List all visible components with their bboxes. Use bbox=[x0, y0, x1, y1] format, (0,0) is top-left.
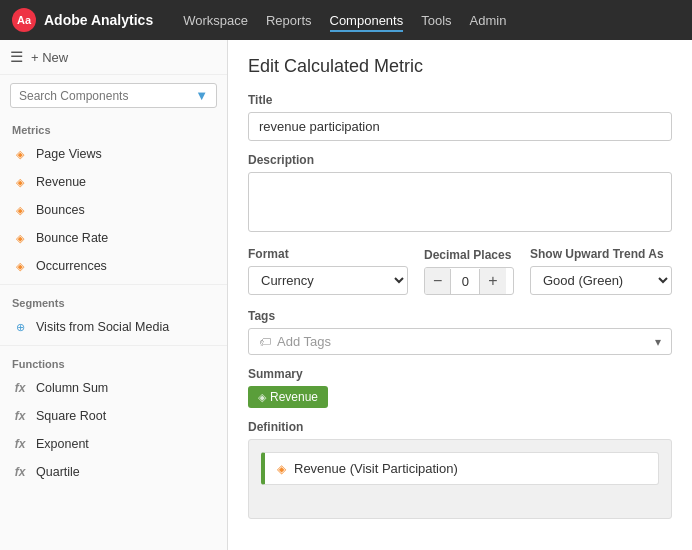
decimal-minus-button[interactable]: − bbox=[425, 268, 450, 294]
search-input[interactable] bbox=[19, 89, 195, 103]
item-label: Bounce Rate bbox=[36, 231, 108, 245]
nav-components[interactable]: Components bbox=[330, 9, 404, 32]
sidebar-item-exponent[interactable]: fx Exponent bbox=[0, 430, 227, 458]
main-layout: ☰ + New ▼ Metrics ◈ Page Views ◈ Revenue… bbox=[0, 40, 692, 550]
tags-label: Tags bbox=[248, 309, 672, 323]
title-input[interactable] bbox=[248, 112, 672, 141]
decimal-value: 0 bbox=[450, 269, 480, 294]
format-label: Format bbox=[248, 247, 408, 261]
metric-icon: ◈ bbox=[12, 202, 28, 218]
sidebar-item-page-views[interactable]: ◈ Page Views bbox=[0, 140, 227, 168]
sidebar-menu-icon[interactable]: ☰ bbox=[10, 48, 23, 66]
decimal-col: Decimal Places − 0 + bbox=[424, 248, 514, 295]
sidebar-item-occurrences[interactable]: ◈ Occurrences bbox=[0, 252, 227, 280]
definition-item-label: Revenue (Visit Participation) bbox=[294, 461, 458, 476]
nav-reports[interactable]: Reports bbox=[266, 9, 312, 32]
definition-item: ◈ Revenue (Visit Participation) bbox=[261, 452, 659, 485]
summary-chip: ◈ Revenue bbox=[248, 386, 328, 408]
page-title: Edit Calculated Metric bbox=[248, 56, 672, 77]
item-label: Square Root bbox=[36, 409, 106, 423]
sidebar-item-bounces[interactable]: ◈ Bounces bbox=[0, 196, 227, 224]
divider bbox=[0, 284, 227, 285]
nav-admin[interactable]: Admin bbox=[470, 9, 507, 32]
format-col: Format Currency Number Percent Time bbox=[248, 247, 408, 295]
description-label: Description bbox=[248, 153, 672, 167]
trend-label: Show Upward Trend As bbox=[530, 247, 672, 261]
summary-section: Summary ◈ Revenue bbox=[248, 367, 672, 408]
sidebar-item-quartile[interactable]: fx Quartile bbox=[0, 458, 227, 486]
sidebar: ☰ + New ▼ Metrics ◈ Page Views ◈ Revenue… bbox=[0, 40, 228, 550]
brand-name: Adobe Analytics bbox=[44, 12, 153, 28]
item-label: Occurrences bbox=[36, 259, 107, 273]
format-row: Format Currency Number Percent Time Deci… bbox=[248, 247, 672, 295]
definition-section: ◈ Revenue (Visit Participation) bbox=[248, 439, 672, 519]
description-input[interactable] bbox=[248, 172, 672, 232]
content-area: Edit Calculated Metric Title Description… bbox=[228, 40, 692, 550]
format-select[interactable]: Currency Number Percent Time bbox=[248, 266, 408, 295]
sidebar-item-square-root[interactable]: fx Square Root bbox=[0, 402, 227, 430]
definition-label: Definition bbox=[248, 420, 672, 434]
function-icon: fx bbox=[12, 380, 28, 396]
brand-logo: Aa bbox=[12, 8, 36, 32]
sidebar-item-bounce-rate[interactable]: ◈ Bounce Rate bbox=[0, 224, 227, 252]
search-bar: ▼ bbox=[10, 83, 217, 108]
function-icon: fx bbox=[12, 408, 28, 424]
functions-section-label: Functions bbox=[0, 350, 227, 374]
trend-col: Show Upward Trend As Good (Green) Bad (R… bbox=[530, 247, 672, 295]
item-label: Quartile bbox=[36, 465, 80, 479]
segment-icon: ⊕ bbox=[12, 319, 28, 335]
chevron-down-icon: ▾ bbox=[655, 335, 661, 349]
nav-links: Workspace Reports Components Tools Admin bbox=[183, 9, 506, 32]
function-icon: fx bbox=[12, 464, 28, 480]
title-label: Title bbox=[248, 93, 672, 107]
sidebar-item-column-sum[interactable]: fx Column Sum bbox=[0, 374, 227, 402]
item-label: Revenue bbox=[36, 175, 86, 189]
item-label: Exponent bbox=[36, 437, 89, 451]
brand: Aa Adobe Analytics bbox=[12, 8, 153, 32]
item-label: Column Sum bbox=[36, 381, 108, 395]
top-nav: Aa Adobe Analytics Workspace Reports Com… bbox=[0, 0, 692, 40]
tags-dropdown[interactable]: 🏷 Add Tags ▾ bbox=[248, 328, 672, 355]
segments-section-label: Segments bbox=[0, 289, 227, 313]
nav-workspace[interactable]: Workspace bbox=[183, 9, 248, 32]
sidebar-item-revenue[interactable]: ◈ Revenue bbox=[0, 168, 227, 196]
decimal-label: Decimal Places bbox=[424, 248, 514, 262]
decimal-plus-button[interactable]: + bbox=[480, 268, 505, 294]
def-metric-icon: ◈ bbox=[277, 462, 286, 476]
trend-select[interactable]: Good (Green) Bad (Red) Neutral bbox=[530, 266, 672, 295]
new-button[interactable]: + New bbox=[31, 50, 68, 65]
divider bbox=[0, 345, 227, 346]
sidebar-toolbar: ☰ + New bbox=[0, 40, 227, 75]
tags-placeholder: Add Tags bbox=[277, 334, 655, 349]
item-label: Visits from Social Media bbox=[36, 320, 169, 334]
metrics-section-label: Metrics bbox=[0, 116, 227, 140]
nav-tools[interactable]: Tools bbox=[421, 9, 451, 32]
metric-chip-icon: ◈ bbox=[258, 391, 266, 404]
function-icon: fx bbox=[12, 436, 28, 452]
metric-icon: ◈ bbox=[12, 230, 28, 246]
metric-icon: ◈ bbox=[12, 258, 28, 274]
summary-chip-label: Revenue bbox=[270, 390, 318, 404]
tag-icon: 🏷 bbox=[259, 335, 271, 349]
item-label: Page Views bbox=[36, 147, 102, 161]
metric-icon: ◈ bbox=[12, 146, 28, 162]
sidebar-item-social-media[interactable]: ⊕ Visits from Social Media bbox=[0, 313, 227, 341]
filter-icon[interactable]: ▼ bbox=[195, 88, 208, 103]
decimal-control: − 0 + bbox=[424, 267, 514, 295]
summary-label: Summary bbox=[248, 367, 672, 381]
item-label: Bounces bbox=[36, 203, 85, 217]
metric-icon: ◈ bbox=[12, 174, 28, 190]
